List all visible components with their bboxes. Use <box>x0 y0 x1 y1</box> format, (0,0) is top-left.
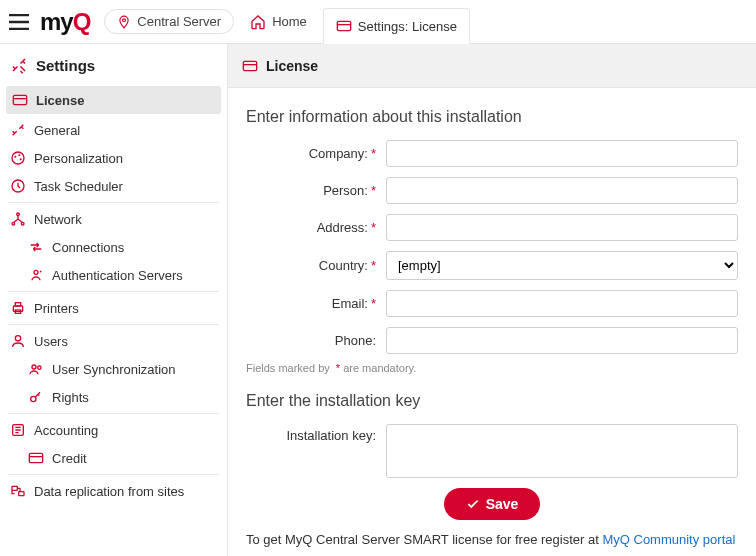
card-icon <box>242 58 258 74</box>
sidebar-heading: Settings <box>0 44 227 84</box>
country-select[interactable]: [empty] <box>386 251 738 280</box>
label-address: Address:* <box>246 220 386 235</box>
tab-settings-license[interactable]: Settings: License <box>323 8 470 44</box>
sidebar-item-label: Connections <box>52 240 124 255</box>
replication-icon <box>10 483 26 499</box>
sidebar-item-auth-servers[interactable]: Authentication Servers <box>0 261 227 289</box>
label-installation-key: Installation key: <box>246 424 386 443</box>
svg-point-18 <box>31 396 36 401</box>
card-icon <box>12 92 28 108</box>
sidebar-item-personalization[interactable]: Personalization <box>0 144 227 172</box>
label-country: Country:* <box>246 258 386 273</box>
community-portal-link[interactable]: MyQ Community portal <box>602 532 735 547</box>
content: License Enter information about this ins… <box>228 44 756 556</box>
user-icon <box>10 333 26 349</box>
phone-field[interactable] <box>386 327 738 354</box>
svg-point-9 <box>21 222 24 225</box>
svg-point-10 <box>17 213 20 216</box>
palette-icon <box>10 150 26 166</box>
sidebar-item-label: Printers <box>34 301 79 316</box>
svg-point-0 <box>123 18 126 21</box>
content-header: License <box>228 44 756 88</box>
sidebar-item-label: Task Scheduler <box>34 179 123 194</box>
svg-rect-1 <box>337 21 350 30</box>
tools-icon <box>10 56 28 74</box>
arrows-icon <box>28 239 44 255</box>
svg-point-8 <box>12 222 15 225</box>
sidebar-item-label: User Synchronization <box>52 362 176 377</box>
sidebar-item-user-sync[interactable]: User Synchronization <box>0 355 227 383</box>
sidebar-item-label: General <box>34 123 80 138</box>
label-phone: Phone: <box>246 333 386 348</box>
auth-icon <box>28 267 44 283</box>
person-field[interactable] <box>386 177 738 204</box>
email-field[interactable] <box>386 290 738 317</box>
tab-home[interactable]: Home <box>238 0 319 44</box>
myq-logo: myQ <box>40 8 90 36</box>
sidebar-item-network[interactable]: Network <box>0 205 227 233</box>
label-email: Email:* <box>246 296 386 311</box>
hamburger-menu-button[interactable] <box>6 9 32 35</box>
section1-title: Enter information about this installatio… <box>246 108 738 126</box>
svg-rect-21 <box>12 486 17 490</box>
sidebar-item-rights[interactable]: Rights <box>0 383 227 411</box>
save-button[interactable]: Save <box>444 488 541 520</box>
section2-title: Enter the installation key <box>246 392 738 410</box>
printer-icon <box>10 300 26 316</box>
page-title: License <box>266 58 318 74</box>
sidebar-item-credit[interactable]: Credit <box>0 444 227 472</box>
svg-point-5 <box>18 154 20 156</box>
server-label: Central Server <box>137 14 221 29</box>
sidebar-heading-text: Settings <box>36 57 95 74</box>
sidebar-item-accounting[interactable]: Accounting <box>0 416 227 444</box>
server-selector[interactable]: Central Server <box>104 9 234 34</box>
label-person: Person:* <box>246 183 386 198</box>
sliders-icon <box>10 122 26 138</box>
sidebar-item-label: Accounting <box>34 423 98 438</box>
tab-settings-license-label: Settings: License <box>358 19 457 34</box>
location-icon <box>117 15 131 29</box>
sidebar-item-license[interactable]: License <box>6 86 221 114</box>
card-icon <box>336 18 352 34</box>
sidebar-item-label: Authentication Servers <box>52 268 183 283</box>
svg-point-15 <box>15 336 20 341</box>
sidebar-item-users[interactable]: Users <box>0 327 227 355</box>
sidebar-item-connections[interactable]: Connections <box>0 233 227 261</box>
sidebar-item-label: Rights <box>52 390 89 405</box>
sidebar: Settings LicenseGeneralPersonalizationTa… <box>0 44 228 556</box>
users-icon <box>28 361 44 377</box>
key-icon <box>28 389 44 405</box>
mandatory-hint: Fields marked by * are mandatory. <box>246 362 738 374</box>
network-icon <box>10 211 26 227</box>
clock-icon <box>10 178 26 194</box>
sidebar-item-label: Personalization <box>34 151 123 166</box>
svg-rect-22 <box>19 492 24 496</box>
accounting-icon <box>10 422 26 438</box>
address-field[interactable] <box>386 214 738 241</box>
sidebar-item-data-replication[interactable]: Data replication from sites <box>0 477 227 505</box>
save-button-label: Save <box>486 496 519 512</box>
home-icon <box>250 14 266 30</box>
sidebar-item-task-scheduler[interactable]: Task Scheduler <box>0 172 227 200</box>
svg-point-4 <box>14 156 16 158</box>
footer-text: To get MyQ Central Server SMART license … <box>246 532 738 547</box>
installation-key-field[interactable] <box>386 424 738 478</box>
sidebar-item-label: Users <box>34 334 68 349</box>
sidebar-item-label: Data replication from sites <box>34 484 184 499</box>
svg-point-16 <box>32 365 36 369</box>
check-icon <box>466 497 480 511</box>
label-company: Company:* <box>246 146 386 161</box>
company-field[interactable] <box>386 140 738 167</box>
svg-rect-23 <box>243 61 256 70</box>
hamburger-icon <box>9 14 29 30</box>
sidebar-item-label: Credit <box>52 451 87 466</box>
svg-point-17 <box>38 366 41 369</box>
topbar: myQ Central Server Home Settings: Licens… <box>0 0 756 44</box>
svg-rect-20 <box>29 453 42 462</box>
card-icon <box>28 450 44 466</box>
sidebar-item-label: Network <box>34 212 82 227</box>
sidebar-item-general[interactable]: General <box>0 116 227 144</box>
sidebar-item-label: License <box>36 93 84 108</box>
sidebar-item-printers[interactable]: Printers <box>0 294 227 322</box>
tab-home-label: Home <box>272 14 307 29</box>
